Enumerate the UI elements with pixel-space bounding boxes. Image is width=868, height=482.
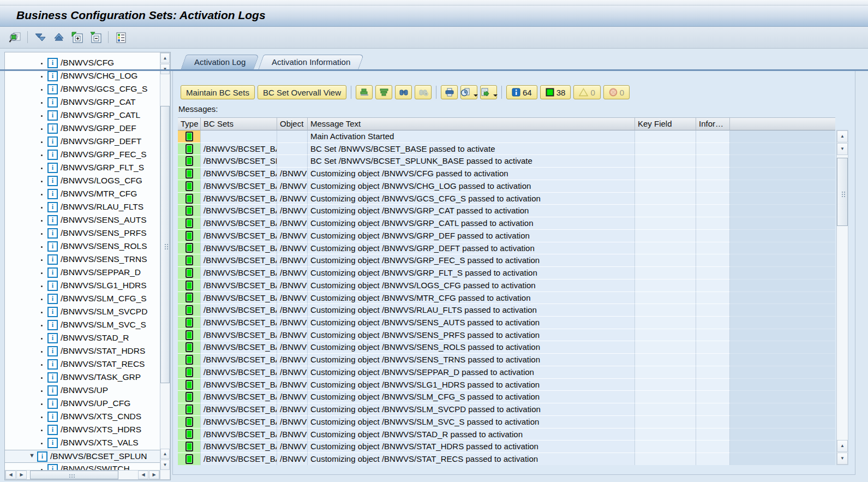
- info-icon[interactable]: i: [47, 385, 58, 396]
- key-field-cell[interactable]: [635, 155, 696, 168]
- tree-item[interactable]: ▼ i /BNWVS/STAD_R: [5, 332, 160, 345]
- info-icon[interactable]: i: [47, 359, 58, 370]
- key-field-cell[interactable]: [635, 130, 696, 143]
- bc-sets-cell[interactable]: /BNWVS/BCSET_BASE: [201, 429, 277, 441]
- tree-item[interactable]: ▼ i /BNWVS/CHG_LOG: [5, 70, 160, 83]
- type-cell[interactable]: [178, 279, 201, 292]
- info-icon[interactable]: i: [47, 425, 58, 435]
- type-cell[interactable]: [178, 254, 201, 267]
- scroll-left-icon[interactable]: ◀: [5, 471, 16, 479]
- bc-sets-cell[interactable]: /BNWVS/BCSET_BASE: [201, 292, 277, 305]
- tab-activation-log[interactable]: Activation Log: [183, 55, 256, 70]
- scroll-up-icon[interactable]: ▲: [837, 440, 848, 452]
- object-cell[interactable]: [277, 143, 308, 156]
- message-text-cell[interactable]: Customizing object /BNWVS/SLG1_HDRS pass…: [308, 379, 635, 391]
- table-row[interactable]: /BNWVS/BCSET_BASE /BNWV… Customizing obj…: [178, 429, 835, 441]
- bc-sets-cell[interactable]: /BNWVS/BCSET_BASE: [201, 329, 277, 342]
- bc-sets-cell[interactable]: /BNWVS/BCSET_BASE: [201, 267, 277, 279]
- information-cell[interactable]: [696, 391, 730, 403]
- table-row[interactable]: /BNWVS/BCSET_BASE /BNWV… Customizing obj…: [178, 403, 835, 416]
- key-field-cell[interactable]: [635, 217, 696, 230]
- message-text-cell[interactable]: Customizing object /BNWVS/RLAU_FLTS pass…: [308, 304, 635, 317]
- message-text-cell[interactable]: Customizing object /BNWVS/GRP_CAT passed…: [308, 205, 635, 217]
- bc-sets-cell[interactable]: /BNWVS/BCSET_BASE: [201, 242, 277, 255]
- message-text-cell[interactable]: Customizing object /BNWVS/GRP_FLT_S pass…: [308, 267, 635, 279]
- type-cell[interactable]: [178, 441, 201, 453]
- object-cell[interactable]: /BNWV…: [277, 279, 308, 292]
- tree-item[interactable]: ▼ i /BNWVS/MTR_CFG: [5, 188, 160, 201]
- message-text-cell[interactable]: Customizing object /BNWVS/STAD_R passed …: [308, 429, 635, 441]
- scroll-up-icon[interactable]: ▲: [160, 449, 170, 459]
- table-row[interactable]: Main Activation Started: [178, 130, 835, 143]
- info-icon[interactable]: i: [47, 202, 58, 212]
- key-field-cell[interactable]: [635, 143, 696, 156]
- table-row[interactable]: /BNWVS/BCSET_BASE /BNWV… Customizing obj…: [178, 254, 835, 267]
- info-icon[interactable]: i: [47, 307, 58, 317]
- info-icon[interactable]: i: [47, 281, 58, 291]
- tree-item[interactable]: ▼ i /BNWVS/SEPPAR_D: [5, 266, 160, 279]
- object-cell[interactable]: /BNWV…: [277, 329, 308, 342]
- choose-detail-button[interactable]: [460, 85, 477, 99]
- key-field-cell[interactable]: [635, 168, 696, 180]
- tree-item[interactable]: ▼ i /BNWVS/XTS_CNDS: [5, 410, 160, 424]
- object-cell[interactable]: /BNWV…: [277, 292, 308, 305]
- tree-item[interactable]: ▼ i /BNWVS/BCSET_SPLUN: [5, 450, 160, 463]
- type-cell[interactable]: [178, 205, 201, 217]
- scroll-left-icon[interactable]: ◀: [138, 471, 148, 479]
- bc-set-overall-view-button[interactable]: BC Set Overvall View: [258, 85, 346, 99]
- type-cell[interactable]: [178, 180, 201, 193]
- object-cell[interactable]: /BNWV…: [277, 242, 308, 255]
- tree-item[interactable]: ▼ i /BNWVS/SENS_PRFS: [5, 227, 160, 240]
- table-row[interactable]: /BNWVS/BCSET_BASE /BNWV… Customizing obj…: [178, 391, 835, 403]
- info-icon[interactable]: i: [47, 346, 58, 356]
- tree-hscrollbar-thumb[interactable]: [30, 471, 118, 479]
- key-field-cell[interactable]: [635, 279, 696, 292]
- type-cell[interactable]: [178, 267, 201, 279]
- object-cell[interactable]: /BNWV…: [277, 317, 308, 329]
- message-text-cell[interactable]: Customizing object /BNWVS/GRP_DEFT passe…: [308, 242, 635, 255]
- type-cell[interactable]: [178, 453, 201, 465]
- object-cell[interactable]: /BNWV…: [277, 267, 308, 279]
- information-cell[interactable]: [696, 329, 730, 342]
- info-icon[interactable]: i: [47, 163, 58, 173]
- scroll-down-icon[interactable]: ▼: [160, 460, 170, 470]
- info-icon[interactable]: i: [47, 150, 58, 160]
- export-button[interactable]: [480, 85, 497, 99]
- tree-item[interactable]: ▼ i /BNWVS/LOGS_CFG: [5, 175, 160, 188]
- find-next-button[interactable]: [415, 85, 432, 99]
- tree-item[interactable]: ▼ i /BNWVS/GCS_CFG_S: [5, 83, 160, 96]
- bc-sets-cell[interactable]: /BNWVS/BCSET_BASE: [201, 341, 277, 354]
- tree-item[interactable]: ▼ i /BNWVS/GRP_FLT_S: [5, 162, 160, 175]
- table-row[interactable]: /BNWVS/BCSET_BASE /BNWV… Customizing obj…: [178, 230, 835, 242]
- key-field-cell[interactable]: [635, 254, 696, 267]
- type-cell[interactable]: [178, 168, 201, 180]
- info-icon[interactable]: i: [47, 241, 58, 252]
- find-button[interactable]: [395, 85, 412, 99]
- info-icon[interactable]: i: [47, 412, 58, 422]
- type-cell[interactable]: [178, 329, 201, 342]
- tree-item[interactable]: ▼ i /BNWVS/SENS_TRNS: [5, 253, 160, 266]
- information-cell[interactable]: [696, 180, 730, 193]
- key-field-cell[interactable]: [635, 329, 696, 342]
- table-row[interactable]: /BNWVS/BCSET_BASE /BNWV… Customizing obj…: [178, 366, 835, 379]
- information-cell[interactable]: [696, 130, 730, 143]
- object-cell[interactable]: /BNWV…: [277, 304, 308, 317]
- message-text-cell[interactable]: BC Set /BNWVS/BCSET_BASE passed to activ…: [308, 143, 635, 156]
- info-icon[interactable]: i: [47, 438, 58, 448]
- collapse-all-button[interactable]: [51, 30, 67, 45]
- key-field-cell[interactable]: [635, 193, 696, 205]
- information-cell[interactable]: [696, 279, 730, 292]
- print-button[interactable]: [441, 85, 458, 99]
- bc-sets-cell[interactable]: /BNWVS/BCSET_BASE: [201, 304, 277, 317]
- information-cell[interactable]: [696, 441, 730, 453]
- type-cell[interactable]: [178, 391, 201, 403]
- message-text-cell[interactable]: Customizing object /BNWVS/SENS_AUTS pass…: [308, 317, 635, 329]
- key-field-cell[interactable]: [635, 453, 696, 465]
- type-cell[interactable]: [178, 143, 201, 156]
- information-cell[interactable]: [696, 354, 730, 366]
- key-field-cell[interactable]: [635, 180, 696, 193]
- scroll-right-icon[interactable]: ▶: [16, 471, 27, 479]
- info-icon[interactable]: i: [47, 398, 58, 409]
- tree-scrollbar-thumb[interactable]: [160, 106, 170, 383]
- column-header-type[interactable]: Type: [178, 118, 201, 130]
